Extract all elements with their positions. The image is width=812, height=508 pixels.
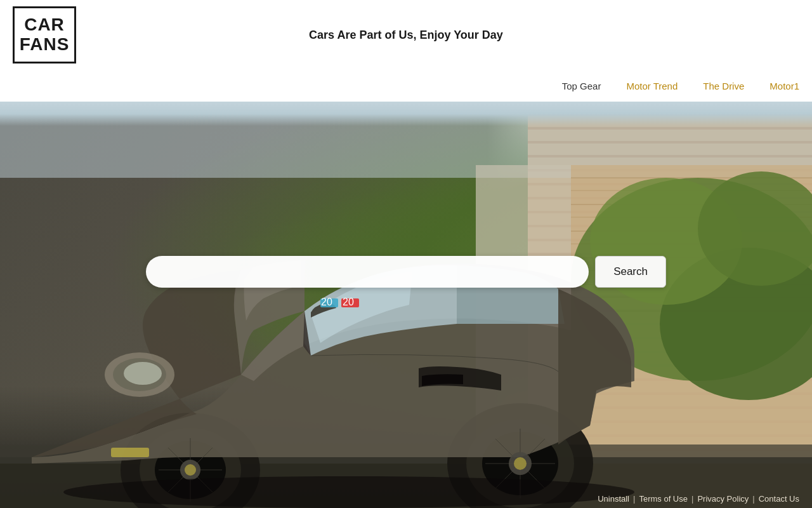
svg-point-41 [185,464,196,476]
svg-rect-29 [111,448,149,457]
header-top: CARFANS Cars Are Part of Us, Enjoy Your … [0,0,812,70]
car-illustration: 20 20 [0,102,812,508]
search-input[interactable] [146,256,589,288]
logo-text: CARFANS [20,15,70,55]
svg-point-35 [514,457,527,470]
footer-link-privacy[interactable]: Privacy Policy [697,494,749,504]
hero-section: 20 20 Search Uninstall | Terms of Use | … [0,102,812,508]
nav-item-motor1[interactable]: Motor1 [769,81,799,91]
nav-item-the-drive[interactable]: The Drive [703,81,744,91]
nav-item-motor-trend[interactable]: Motor Trend [626,81,678,91]
site-logo[interactable]: CARFANS [13,6,76,64]
svg-point-28 [124,362,162,385]
svg-text:20: 20 [321,297,332,307]
footer: Uninstall | Terms of Use | Privacy Polic… [0,489,812,508]
site-tagline: Cars Are Part of Us, Enjoy Your Day [309,29,503,42]
svg-text:20: 20 [343,297,354,307]
footer-link-terms[interactable]: Terms of Use [639,494,688,504]
main-nav: Top Gear Motor Trend The Drive Motor1 [0,70,812,102]
footer-separator-2: | [691,494,693,504]
search-container: Search [146,256,666,288]
search-button[interactable]: Search [595,256,666,288]
footer-separator-1: | [633,494,635,504]
footer-link-uninstall[interactable]: Uninstall [598,494,629,504]
site-header: CARFANS Cars Are Part of Us, Enjoy Your … [0,0,812,102]
footer-separator-3: | [752,494,754,504]
nav-item-top-gear[interactable]: Top Gear [562,81,601,91]
footer-link-contact[interactable]: Contact Us [759,494,799,504]
